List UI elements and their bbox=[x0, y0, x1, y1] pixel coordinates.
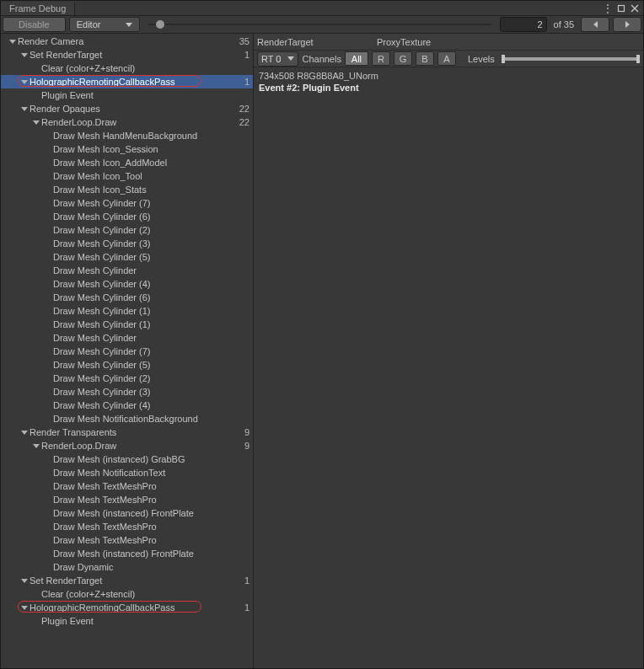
channel-all-button[interactable]: All bbox=[345, 51, 368, 66]
tree-row[interactable]: Plugin Event bbox=[1, 88, 253, 102]
rendertarget-label: RenderTarget bbox=[257, 37, 375, 47]
triangle-right-icon bbox=[625, 21, 630, 28]
foldout-icon[interactable] bbox=[19, 50, 30, 60]
prev-button[interactable] bbox=[581, 17, 609, 32]
channel-g-button[interactable]: G bbox=[394, 51, 412, 66]
slider-thumb[interactable] bbox=[156, 20, 164, 29]
foldout-icon[interactable] bbox=[19, 104, 30, 114]
tree-row[interactable]: Draw Mesh (instanced) GrabBG bbox=[1, 452, 253, 466]
foldout-icon[interactable] bbox=[19, 602, 30, 613]
channel-r-button[interactable]: R bbox=[372, 51, 390, 66]
tree-count: 9 bbox=[244, 427, 250, 437]
tree-label: Draw Mesh Cylinder (5) bbox=[53, 252, 250, 262]
tree-label: Draw Mesh TextMeshPro bbox=[53, 481, 250, 491]
tree-label: Draw Mesh Cylinder bbox=[53, 333, 250, 343]
frame-slider[interactable] bbox=[148, 24, 491, 25]
tree-row[interactable]: Draw Mesh Cylinder (1) bbox=[1, 304, 253, 318]
window-tab[interactable]: Frame Debug bbox=[1, 2, 75, 15]
tree-row[interactable]: Draw Mesh Cylinder (5) bbox=[1, 358, 253, 372]
tree-row[interactable]: Render Camera35 bbox=[1, 35, 253, 48]
channel-a-button[interactable]: A bbox=[437, 51, 456, 66]
tree-row[interactable]: Draw Mesh (instanced) FrontPlate bbox=[1, 506, 253, 520]
tree-row[interactable]: Set RenderTarget1 bbox=[1, 48, 253, 62]
chevron-down-icon bbox=[287, 56, 294, 61]
tree-count: 1 bbox=[244, 575, 250, 586]
tree-row[interactable]: Draw Mesh Cylinder (5) bbox=[1, 250, 253, 264]
tree-row[interactable]: Draw Mesh Icon_Session bbox=[1, 142, 253, 156]
tree-row[interactable]: RenderLoop.Draw22 bbox=[1, 115, 253, 129]
tree-row[interactable]: Draw Mesh Cylinder (1) bbox=[1, 318, 253, 331]
tree-label: Draw Mesh Cylinder (7) bbox=[53, 346, 250, 356]
tree-row[interactable]: Draw Mesh TextMeshPro bbox=[1, 479, 253, 493]
tree-row[interactable]: Draw Mesh Cylinder (2) bbox=[1, 223, 253, 237]
frame-total-label: of 35 bbox=[550, 19, 577, 29]
tree-label: Draw Mesh NotificationText bbox=[53, 468, 250, 478]
frame-number-input[interactable] bbox=[500, 17, 547, 32]
foldout-icon[interactable] bbox=[31, 117, 41, 127]
tree-row[interactable]: Draw Mesh Cylinder (6) bbox=[1, 291, 253, 304]
tree-label: Draw Mesh Icon_Stats bbox=[53, 185, 250, 195]
tree-label: Draw Mesh Cylinder (4) bbox=[53, 279, 250, 289]
tree-row[interactable]: Draw Mesh Cylinder bbox=[1, 331, 253, 345]
tree-row[interactable]: Draw Mesh Icon_AddModel bbox=[1, 156, 253, 169]
tree-row[interactable]: HolographicRemotingCallbackPass1 bbox=[1, 75, 253, 88]
disable-button[interactable]: Disable bbox=[3, 17, 66, 32]
foldout-icon[interactable] bbox=[19, 427, 30, 437]
popout-icon[interactable] bbox=[616, 3, 626, 13]
tree-row[interactable]: HolographicRemotingCallbackPass1 bbox=[1, 601, 253, 614]
tree-row[interactable]: Clear (color+Z+stencil) bbox=[1, 62, 253, 75]
rt-dropdown[interactable]: RT 0 bbox=[257, 51, 298, 67]
tree-row[interactable]: Render Opaques22 bbox=[1, 102, 253, 115]
tree-label: Draw Mesh NotificationBackground bbox=[53, 414, 250, 424]
tree-row[interactable]: Draw Mesh Cylinder (2) bbox=[1, 372, 253, 385]
tree-row[interactable]: Draw Mesh Cylinder bbox=[1, 264, 253, 277]
tree-label: Plugin Event bbox=[41, 90, 250, 100]
tree-row[interactable]: RenderLoop.Draw9 bbox=[1, 439, 253, 452]
tree-row[interactable]: Draw Mesh Cylinder (3) bbox=[1, 385, 253, 399]
tree-row[interactable]: Draw Mesh Cylinder (7) bbox=[1, 196, 253, 210]
tree-label: Set RenderTarget bbox=[30, 50, 244, 60]
foldout-icon[interactable] bbox=[19, 77, 30, 87]
tree-row[interactable]: Draw Mesh TextMeshPro bbox=[1, 520, 253, 533]
tree-row[interactable]: Draw Mesh Cylinder (3) bbox=[1, 237, 253, 250]
foldout-icon[interactable] bbox=[8, 36, 18, 46]
menu-icon[interactable] bbox=[603, 3, 613, 13]
rendertarget-value: ProxyTexture bbox=[377, 37, 431, 47]
tree-label: Draw Mesh Cylinder (1) bbox=[53, 306, 250, 316]
tree-row[interactable]: Draw Mesh Cylinder (4) bbox=[1, 399, 253, 412]
tree-row[interactable]: Clear (color+Z+stencil) bbox=[1, 587, 253, 601]
tree-row[interactable]: Draw Mesh Icon_Stats bbox=[1, 183, 253, 196]
tree-label: Render Opaques bbox=[30, 104, 239, 114]
tree-row[interactable]: Draw Mesh Cylinder (7) bbox=[1, 345, 253, 358]
tree-count: 1 bbox=[244, 77, 250, 87]
tree-row[interactable]: Draw Mesh (instanced) FrontPlate bbox=[1, 547, 253, 560]
tree-label: Draw Mesh Cylinder bbox=[53, 265, 250, 276]
tree-row[interactable]: Draw Mesh Icon_Tool bbox=[1, 169, 253, 183]
levels-slider[interactable] bbox=[502, 57, 640, 61]
event-tree[interactable]: Render Camera35Set RenderTarget1Clear (c… bbox=[1, 34, 254, 668]
tree-row[interactable]: Draw Mesh TextMeshPro bbox=[1, 493, 253, 506]
tree-row[interactable]: Plugin Event bbox=[1, 614, 253, 628]
channel-b-button[interactable]: B bbox=[416, 51, 434, 66]
scope-dropdown[interactable]: Editor bbox=[69, 17, 141, 32]
tree-row[interactable]: Draw Mesh NotificationBackground bbox=[1, 412, 253, 425]
tree-label: Draw Mesh Icon_Session bbox=[53, 144, 250, 154]
tree-row[interactable]: Draw Mesh Cylinder (4) bbox=[1, 277, 253, 291]
tree-row[interactable]: Draw Mesh HandMenuBackground bbox=[1, 129, 253, 142]
tree-label: Draw Mesh Cylinder (6) bbox=[53, 292, 250, 302]
foldout-icon[interactable] bbox=[31, 441, 41, 451]
tree-row[interactable]: Draw Mesh TextMeshPro bbox=[1, 533, 253, 547]
close-icon[interactable] bbox=[630, 3, 640, 13]
tree-row[interactable]: Draw Mesh Cylinder (6) bbox=[1, 210, 253, 223]
tree-label: Render Transparents bbox=[30, 427, 244, 437]
next-button[interactable] bbox=[613, 17, 641, 32]
tree-row[interactable]: Set RenderTarget1 bbox=[1, 574, 253, 587]
tree-count: 22 bbox=[239, 117, 250, 127]
tree-row[interactable]: Render Transparents9 bbox=[1, 425, 253, 439]
tree-label: Draw Mesh Cylinder (2) bbox=[53, 225, 250, 235]
tree-label: Clear (color+Z+stencil) bbox=[41, 63, 250, 73]
tree-row[interactable]: Draw Dynamic bbox=[1, 560, 253, 574]
tree-label: Draw Mesh (instanced) FrontPlate bbox=[53, 549, 250, 559]
tree-row[interactable]: Draw Mesh NotificationText bbox=[1, 466, 253, 479]
foldout-icon[interactable] bbox=[19, 575, 30, 586]
